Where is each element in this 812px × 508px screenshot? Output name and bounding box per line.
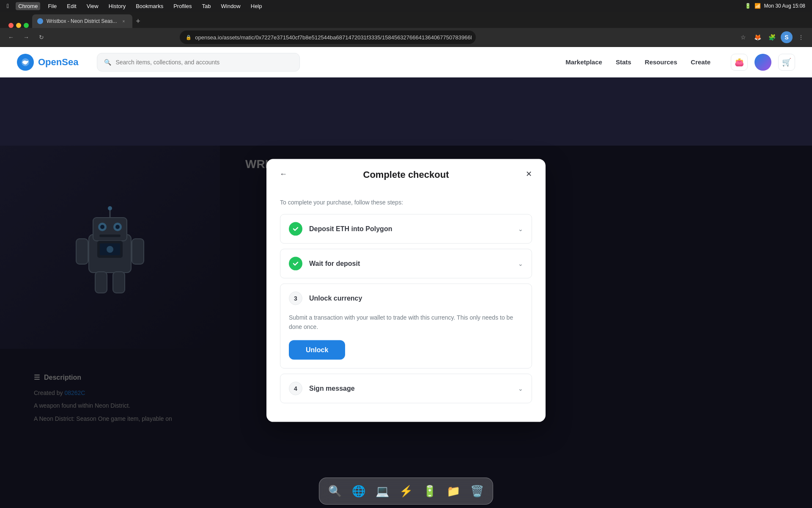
step-1-chevron-icon: ⌄ xyxy=(518,226,523,232)
nav-resources[interactable]: Resources xyxy=(645,58,678,66)
unlock-button[interactable]: Unlock xyxy=(289,340,345,359)
dock-finder-icon[interactable]: 🔍 xyxy=(324,480,346,502)
modal-body: To complete your purchase, follow these … xyxy=(266,189,546,422)
macos-dock: 🔍 🌐 💻 ⚡ 🔋 📁 🗑️ xyxy=(319,478,493,505)
battery-icon: 🔋 xyxy=(745,3,751,9)
extensions-button[interactable]: 🧩 xyxy=(766,31,778,43)
checkmark-icon-2 xyxy=(292,260,299,267)
datetime: Mon 30 Aug 15:08 xyxy=(764,3,805,9)
bookmark-star-button[interactable]: ☆ xyxy=(738,31,749,43)
dock-files-icon[interactable]: 📁 xyxy=(443,480,464,502)
extension-metamask-button[interactable]: 🦊 xyxy=(752,31,764,43)
step-3-description: Submit a transaction with your wallet to… xyxy=(289,313,523,332)
menu-tab[interactable]: Tab xyxy=(200,2,214,10)
step-2-chevron-icon: ⌄ xyxy=(518,260,523,267)
nav-stats[interactable]: Stats xyxy=(616,58,631,66)
address-bar[interactable]: 🔒 opensea.io/assets/matic/0x7227e371540c… xyxy=(180,30,476,44)
dock-terminal-icon[interactable]: 💻 xyxy=(372,480,393,502)
browser-actions: ☆ 🦊 🧩 S ⋮ xyxy=(738,31,807,43)
menu-window[interactable]: Window xyxy=(219,2,243,10)
step-3-label: Unlock currency xyxy=(309,295,362,302)
modal-subtitle: To complete your purchase, follow these … xyxy=(280,199,532,206)
step-3-unlock: 3 Unlock currency Submit a transaction w… xyxy=(280,284,532,369)
menu-chrome[interactable]: Chrome xyxy=(16,2,40,10)
minimize-window-button[interactable] xyxy=(16,23,21,28)
modal-close-button[interactable]: ✕ xyxy=(522,167,535,181)
menubar-right: 🔋 📶 Mon 30 Aug 15:08 xyxy=(745,3,805,9)
back-arrow-icon: ← xyxy=(280,169,287,178)
apple-menu[interactable]:  xyxy=(7,3,9,9)
opensea-logo-icon xyxy=(17,54,34,71)
menu-view[interactable]: View xyxy=(84,2,101,10)
opensea-header: OpenSea 🔍 Marketplace Stats Resources Cr… xyxy=(0,47,812,77)
close-icon: ✕ xyxy=(526,169,532,179)
header-nav: Marketplace Stats Resources Create xyxy=(565,58,710,66)
step-3-content: Submit a transaction with your wallet to… xyxy=(280,313,532,368)
dock-trash-icon[interactable]: 🗑️ xyxy=(466,480,488,502)
new-tab-button[interactable]: + xyxy=(132,15,144,27)
page-background: WRISTBOX ☰ Description Created by 08262C… xyxy=(0,73,812,508)
tab-title: Wristbox - Neon District Seas... xyxy=(47,18,117,24)
wallet-button[interactable]: 👛 xyxy=(731,54,748,71)
menu-edit[interactable]: Edit xyxy=(64,2,79,10)
modal-title: Complete checkout xyxy=(363,169,449,180)
step-3-icon: 3 xyxy=(289,292,302,305)
menu-profiles[interactable]: Profiles xyxy=(171,2,194,10)
step-1-label: Deposit ETH into Polygon xyxy=(309,225,392,233)
modal-header: ← Complete checkout ✕ xyxy=(266,159,546,189)
dock-battery-icon[interactable]: 🔋 xyxy=(419,480,440,502)
macos-menubar:  Chrome File Edit View History Bookmark… xyxy=(0,0,812,12)
forward-navigation-button[interactable]: → xyxy=(20,31,32,43)
opensea-logo-text: OpenSea xyxy=(38,57,78,68)
traffic-lights xyxy=(5,23,32,28)
back-navigation-button[interactable]: ← xyxy=(5,31,17,43)
checkout-modal: ← Complete checkout ✕ To complete your p… xyxy=(266,159,546,422)
ssl-lock-icon: 🔒 xyxy=(186,35,192,40)
fullscreen-window-button[interactable] xyxy=(24,23,29,28)
step-1-header[interactable]: Deposit ETH into Polygon ⌄ xyxy=(280,215,532,243)
step-1-deposit: Deposit ETH into Polygon ⌄ xyxy=(280,214,532,244)
search-input[interactable] xyxy=(115,59,293,66)
dock-lightning-icon[interactable]: ⚡ xyxy=(395,480,417,502)
menu-history[interactable]: History xyxy=(106,2,128,10)
header-icons: 👛 🛒 xyxy=(731,54,795,71)
opensea-search-bar[interactable]: 🔍 xyxy=(97,53,300,72)
checkmark-icon xyxy=(292,226,299,232)
cart-button[interactable]: 🛒 xyxy=(778,54,795,71)
browser-tab-active[interactable]: Wristbox - Neon District Seas... × xyxy=(32,14,132,28)
menu-help[interactable]: Help xyxy=(248,2,265,10)
search-icon: 🔍 xyxy=(104,59,111,66)
step-3-header[interactable]: 3 Unlock currency xyxy=(280,284,532,313)
menu-file[interactable]: File xyxy=(45,2,59,10)
url-display: opensea.io/assets/matic/0x7227e371540cf7… xyxy=(195,34,472,41)
step-4-label: Sign message xyxy=(309,384,355,392)
nav-marketplace[interactable]: Marketplace xyxy=(565,58,602,66)
tab-favicon-icon xyxy=(37,18,43,24)
menu-bookmarks[interactable]: Bookmarks xyxy=(133,2,166,10)
step-2-icon xyxy=(289,257,302,271)
step-1-icon xyxy=(289,222,302,236)
reload-button[interactable]: ↻ xyxy=(36,31,47,43)
user-avatar-button[interactable] xyxy=(754,54,771,71)
step-4-icon: 4 xyxy=(289,381,302,395)
step-2-wait: Wait for deposit ⌄ xyxy=(280,249,532,279)
tab-bar: Wristbox - Neon District Seas... × + xyxy=(0,12,812,28)
browser-chrome: Wristbox - Neon District Seas... × + ← →… xyxy=(0,12,812,47)
step-2-header[interactable]: Wait for deposit ⌄ xyxy=(280,249,532,278)
address-bar-row: ← → ↻ 🔒 opensea.io/assets/matic/0x7227e3… xyxy=(0,28,812,47)
dock-chrome-icon[interactable]: 🌐 xyxy=(348,480,369,502)
nav-create[interactable]: Create xyxy=(691,58,710,66)
opensea-logo[interactable]: OpenSea xyxy=(17,54,78,71)
profile-avatar-button[interactable]: S xyxy=(781,31,793,43)
step-4-sign: 4 Sign message ⌄ xyxy=(280,373,532,403)
step-4-header[interactable]: 4 Sign message ⌄ xyxy=(280,374,532,403)
step-4-chevron-icon: ⌄ xyxy=(518,385,523,392)
step-2-label: Wait for deposit xyxy=(309,260,360,268)
chrome-menu-button[interactable]: ⋮ xyxy=(795,31,807,43)
wifi-icon: 📶 xyxy=(754,3,761,9)
close-window-button[interactable] xyxy=(8,23,14,28)
modal-back-button[interactable]: ← xyxy=(277,167,290,181)
tab-close-button[interactable]: × xyxy=(121,18,127,25)
